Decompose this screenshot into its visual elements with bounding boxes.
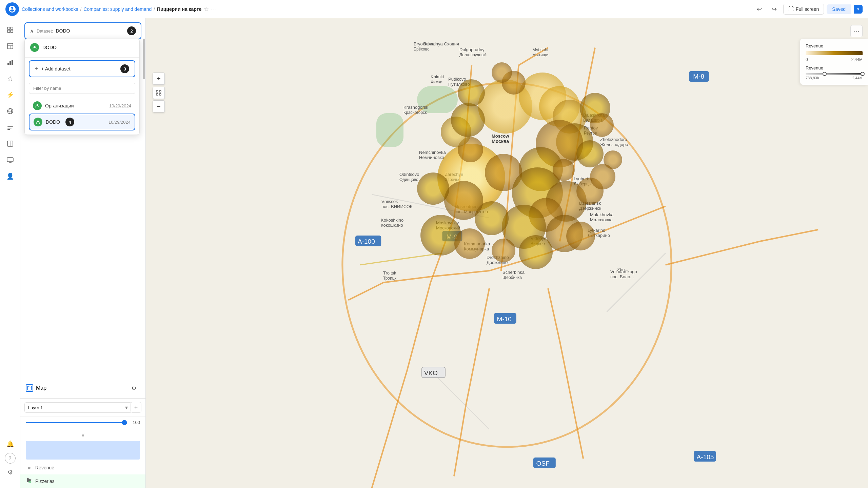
map-label-schodnya: Schodnya Сходня <box>423 41 459 46</box>
legend-max: 2,44M <box>851 57 863 62</box>
dataset-selector[interactable]: ∧ Dataset: DODO 2 <box>24 22 141 39</box>
legend-slider-section: Revenue 738,83K 2,44M <box>806 65 863 80</box>
sidebar-icon-help[interactable]: ? <box>5 453 16 464</box>
map-label-moskovskiy: MoskovskiyМосковский <box>436 220 460 230</box>
bubble-17 <box>502 71 526 95</box>
breadcrumb: Collections and workbooks / Companies: s… <box>22 5 751 13</box>
sidebar-icon-monitor[interactable] <box>3 152 18 167</box>
bubble-21 <box>576 178 604 205</box>
svg-rect-32 <box>494 313 516 324</box>
legend-slider-thumb-right[interactable] <box>861 72 865 76</box>
legend-gradient-bar <box>806 51 863 55</box>
filter-input[interactable] <box>29 83 135 94</box>
kashirskoe-road <box>548 288 583 459</box>
legend-slider-thumb-left[interactable] <box>823 72 827 76</box>
map-background: M-8 M-9 A-100 M-10 OSF A-105 VKO Bryokho… <box>146 18 868 488</box>
zoom-out-button[interactable]: − <box>153 100 165 113</box>
minor-road-3 <box>431 371 489 429</box>
map-legend: Revenue 0 2,44M Revenue 738,83K 2,44M <box>800 39 868 85</box>
bubble-26 <box>475 201 509 235</box>
svg-rect-43 <box>159 94 161 95</box>
svg-text:M-8: M-8 <box>693 73 704 80</box>
dataset-list-item-dodo[interactable]: DODO 4 10/29/2024 <box>29 114 135 130</box>
bubble-33 <box>553 159 575 181</box>
breadcrumb-part1[interactable]: Collections and workbooks <box>22 6 78 12</box>
sidebar-icon-connections[interactable] <box>3 104 18 119</box>
sidebar-icon-star[interactable]: ☆ <box>3 71 18 86</box>
map-label-nemchinovka: NemchinovkaНемчиновка <box>419 150 446 160</box>
layer-select[interactable]: Layer 1 <box>24 402 132 413</box>
svg-rect-0 <box>7 27 10 29</box>
sidebar-icon-dashboard[interactable] <box>3 39 18 54</box>
map-label-troitsk: TroitskТроицк <box>383 270 396 281</box>
bubble-23 <box>502 205 546 249</box>
sidebar-icon-table[interactable] <box>3 136 18 151</box>
map-label-putilkovo: PutilkovoПутилково <box>448 77 470 87</box>
sidebar-icon-lightning[interactable]: ⚡ <box>3 87 18 102</box>
redo-button[interactable]: ↪ <box>768 3 781 15</box>
dropdown-item-dodo[interactable]: DODO <box>25 39 139 56</box>
favorite-star-icon[interactable]: ☆ <box>203 5 209 13</box>
undo-button[interactable]: ↩ <box>753 3 766 15</box>
dataset-list-item-organizacii[interactable]: Организации 10/29/2024 <box>29 98 135 114</box>
map-label-bryokhovo: BryokhovoБрёхово <box>414 41 434 52</box>
map-more-button[interactable]: ··· <box>850 25 863 37</box>
map-label-mosrentgen: Mosrentgenпос. Мосрентген <box>454 204 488 214</box>
map-settings-button[interactable]: ⚙ <box>128 382 140 394</box>
svg-rect-40 <box>156 90 158 92</box>
breadcrumb-sep1: / <box>80 6 82 12</box>
sidebar-icon-grid[interactable] <box>3 22 18 37</box>
green-area-1 <box>417 86 458 113</box>
a100-road <box>372 65 472 488</box>
map-area[interactable]: M-8 M-9 A-100 M-10 OSF A-105 VKO Bryokho… <box>146 18 868 488</box>
dataset-list: Организации 10/29/2024 DODO 4 10/29/2024 <box>25 97 139 135</box>
sidebar-icon-settings[interactable]: ⚙ <box>3 465 18 480</box>
add-layer-button[interactable]: + <box>131 402 141 413</box>
pizzerias-label: Pizzerias <box>35 479 55 484</box>
legend-slider-title: Revenue <box>806 65 863 70</box>
saved-dropdown-button[interactable]: ▾ <box>854 5 863 14</box>
sidebar-icon-person[interactable]: 👤 <box>3 169 18 184</box>
fullscreen-button[interactable]: ⛶ Full screen <box>783 4 824 15</box>
bubble-14 <box>441 117 471 147</box>
layer-item-revenue[interactable]: # Revenue <box>20 461 145 474</box>
app-logo[interactable] <box>5 2 19 16</box>
svg-rect-2 <box>7 30 10 33</box>
play-button[interactable]: ▶ <box>24 474 35 485</box>
organizacii-icon <box>33 101 42 110</box>
map-label-malakhovka: MalakhovkaМалаховка <box>590 212 613 222</box>
saved-button[interactable]: Saved <box>827 4 851 14</box>
opacity-slider[interactable] <box>26 422 127 423</box>
play-button-wrap: ▶ <box>24 474 35 485</box>
layer-item-pizzerias[interactable]: ⊞ Pizzerias <box>20 474 145 488</box>
bubble-13 <box>458 137 483 162</box>
map-label-zhu: Zhu... <box>617 267 628 272</box>
bubble-32 <box>417 172 449 205</box>
more-options-icon[interactable]: ··· <box>211 5 217 13</box>
entuziastov-road <box>666 230 818 265</box>
collapse-row[interactable]: ∨ <box>20 430 145 440</box>
map-label-khimki: KhimkiХимки <box>431 74 444 84</box>
bubble-5 <box>553 100 587 134</box>
dataset-dropdown: DODO + + Add dataset 3 <box>24 39 140 135</box>
filter-input-wrap <box>25 80 139 97</box>
sidebar-icon-charts[interactable] <box>3 55 18 70</box>
sidebar-icon-bar[interactable] <box>3 120 18 135</box>
breadcrumb-part2[interactable]: Companies: supply and demand <box>83 6 152 12</box>
bubble-18 <box>492 62 512 83</box>
svg-rect-42 <box>156 94 158 95</box>
add-dataset-row[interactable]: + + Add dataset 3 <box>29 60 135 77</box>
legend-min: 0 <box>806 57 808 62</box>
legend-slider-range: 738,83K 2,44M <box>806 76 863 80</box>
panel-scrollbar[interactable] <box>143 18 145 488</box>
chevron-up-icon: ∧ <box>30 28 34 34</box>
zoom-in-button[interactable]: + <box>153 73 165 85</box>
left-panel: ∧ Dataset: DODO 2 DODO + + Add d <box>20 18 146 488</box>
scatter-button[interactable] <box>153 87 165 99</box>
yaroslavskoe-road <box>560 48 595 242</box>
bubble-15 <box>451 103 485 137</box>
sidebar-icon-bell[interactable]: 🔔 <box>3 436 18 451</box>
sidebar-icons: ☆ ⚡ <box>0 18 20 488</box>
legend-slider-bar[interactable] <box>806 73 863 75</box>
map-label-moscow: MoscowМосква <box>492 134 509 144</box>
